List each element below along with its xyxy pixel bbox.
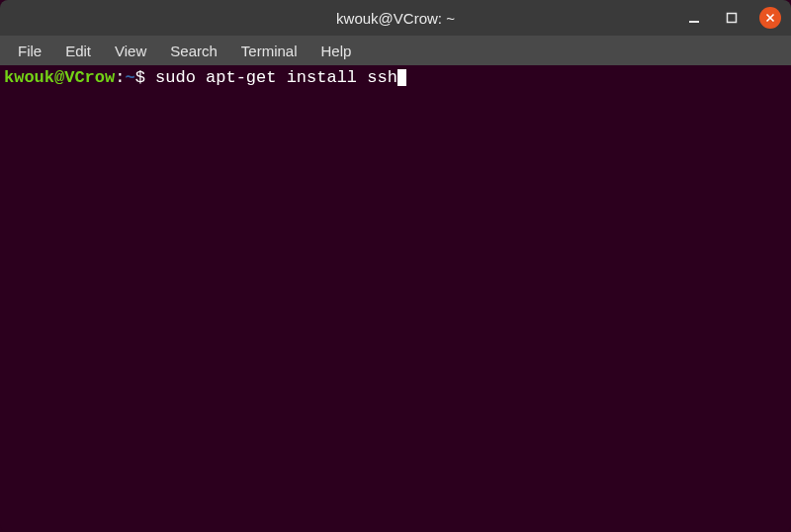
menu-edit[interactable]: Edit bbox=[55, 40, 101, 62]
terminal-body[interactable]: kwouk@VCrow:~$ sudo apt-get install ssh bbox=[0, 65, 791, 532]
menu-file[interactable]: File bbox=[8, 40, 51, 62]
maximize-icon bbox=[726, 12, 738, 24]
terminal-window: kwouk@VCrow: ~ File Edit View Search Ter… bbox=[0, 0, 791, 532]
text-cursor bbox=[397, 69, 406, 86]
maximize-button[interactable] bbox=[722, 8, 742, 28]
close-button[interactable] bbox=[759, 7, 781, 29]
prompt-symbol: $ bbox=[135, 68, 155, 87]
command-text: sudo apt-get install ssh bbox=[155, 68, 397, 87]
window-title: kwouk@VCrow: ~ bbox=[336, 10, 455, 27]
prompt-colon: : bbox=[115, 68, 125, 87]
minimize-button[interactable] bbox=[684, 8, 704, 28]
menu-help[interactable]: Help bbox=[311, 40, 362, 62]
window-controls bbox=[684, 0, 781, 36]
menubar: File Edit View Search Terminal Help bbox=[0, 36, 791, 65]
menu-search[interactable]: Search bbox=[160, 40, 227, 62]
menu-terminal[interactable]: Terminal bbox=[231, 40, 308, 62]
minimize-icon bbox=[688, 12, 700, 24]
prompt-userhost: kwouk@VCrow bbox=[4, 68, 115, 87]
prompt-path: ~ bbox=[125, 68, 134, 87]
titlebar: kwouk@VCrow: ~ bbox=[0, 0, 791, 36]
svg-rect-1 bbox=[728, 14, 737, 23]
svg-rect-0 bbox=[689, 21, 699, 23]
close-icon bbox=[765, 13, 775, 23]
menu-view[interactable]: View bbox=[105, 40, 156, 62]
